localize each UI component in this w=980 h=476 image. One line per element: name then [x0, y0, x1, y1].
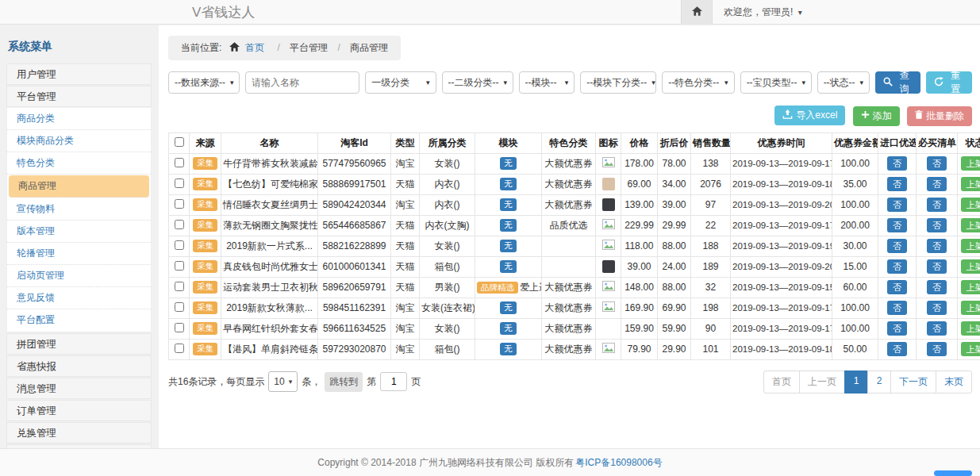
- status-button[interactable]: 上架: [961, 321, 980, 335]
- breadcrumb-home-link[interactable]: 首页: [245, 42, 264, 53]
- row-checkbox[interactable]: [175, 261, 184, 271]
- filter-select[interactable]: --模块下分类--▾: [580, 71, 656, 94]
- module-badge[interactable]: 无: [500, 343, 517, 355]
- status-button[interactable]: 上架: [961, 342, 980, 355]
- must-buy-toggle[interactable]: 否: [927, 280, 947, 294]
- pager-button-下一页[interactable]: 下一页: [890, 370, 936, 393]
- user-menu[interactable]: 欢迎您，管理员! ▾: [724, 6, 802, 19]
- filter-select[interactable]: --二级分类--▾: [442, 71, 513, 94]
- filter-select[interactable]: --特色分类--▾: [662, 71, 734, 94]
- price-cell: 39.00: [621, 256, 658, 277]
- import-select-toggle[interactable]: 否: [887, 259, 907, 273]
- module-badge[interactable]: 品牌精选: [477, 282, 518, 294]
- reset-button[interactable]: 重置: [926, 71, 972, 94]
- filter-select[interactable]: --数据来源--▾: [168, 71, 240, 94]
- module-badge[interactable]: 无: [500, 322, 517, 335]
- icp-link[interactable]: 粤ICP备16098006号: [575, 456, 662, 470]
- import-select-toggle[interactable]: 否: [887, 177, 907, 190]
- status-button[interactable]: 上架: [961, 259, 980, 273]
- add-button[interactable]: 添加: [853, 106, 900, 126]
- import-select-toggle[interactable]: 否: [887, 301, 907, 314]
- home-button[interactable]: [681, 0, 713, 25]
- row-checkbox[interactable]: [175, 178, 184, 188]
- sidebar-subitem-宣传物料[interactable]: 宣传物料: [7, 198, 151, 221]
- must-buy-toggle[interactable]: 否: [927, 259, 947, 273]
- batch-delete-button[interactable]: 批量删除: [907, 106, 972, 126]
- import-select-toggle[interactable]: 否: [887, 218, 907, 232]
- sidebar-subitem-平台配置[interactable]: 平台配置: [7, 309, 151, 332]
- row-checkbox[interactable]: [175, 240, 184, 250]
- filter-select[interactable]: --宝贝类型--▾: [740, 71, 812, 94]
- search-button[interactable]: 查询: [875, 71, 921, 94]
- row-checkbox[interactable]: [175, 302, 184, 312]
- filter-select[interactable]: --状态--▾: [817, 71, 870, 94]
- sidebar-subitem-商品管理[interactable]: 商品管理: [9, 175, 149, 198]
- status-button[interactable]: 上架: [961, 156, 980, 170]
- must-buy-toggle[interactable]: 否: [927, 342, 947, 355]
- source-cell: 采集: [190, 277, 221, 298]
- sidebar-subitem-特色分类[interactable]: 特色分类: [7, 152, 151, 175]
- jump-button[interactable]: 跳转到: [325, 372, 363, 392]
- status-button[interactable]: 上架: [961, 177, 980, 190]
- must-buy-toggle[interactable]: 否: [927, 239, 947, 252]
- pager-button-1[interactable]: 1: [844, 370, 868, 393]
- sidebar-subitem-商品分类[interactable]: 商品分类: [7, 108, 151, 130]
- pager-button-2[interactable]: 2: [867, 370, 891, 393]
- import-excel-button[interactable]: 导入excel: [774, 106, 845, 125]
- sidebar-subitem-启动页管理[interactable]: 启动页管理: [7, 265, 151, 287]
- scrollbar-thumb[interactable]: [934, 470, 972, 476]
- sidebar-subitem-意见反馈[interactable]: 意见反馈: [7, 287, 151, 309]
- must-buy-toggle[interactable]: 否: [927, 198, 947, 211]
- sidebar-item-兑换管理[interactable]: 兑换管理: [6, 422, 152, 443]
- row-checkbox[interactable]: [175, 220, 184, 229]
- per-page-select[interactable]: 10 ▾: [268, 371, 298, 392]
- status-button[interactable]: 上架: [961, 198, 980, 211]
- row-checkbox[interactable]: [175, 323, 184, 332]
- filter-select[interactable]: 一级分类▾: [365, 71, 436, 94]
- module-badge[interactable]: 无: [500, 240, 517, 252]
- import-select-toggle[interactable]: 否: [887, 321, 907, 335]
- must-buy-toggle[interactable]: 否: [927, 156, 947, 170]
- module-badge[interactable]: 无: [500, 260, 517, 273]
- sidebar-item-消息管理[interactable]: 消息管理: [6, 378, 152, 399]
- sidebar-item-用户管理[interactable]: 用户管理: [6, 63, 152, 85]
- filter-select[interactable]: --模块--▾: [519, 71, 575, 94]
- import-select-toggle[interactable]: 否: [887, 156, 907, 170]
- name-search-input[interactable]: [252, 77, 353, 88]
- status-button[interactable]: 上架: [961, 218, 980, 232]
- module-badge[interactable]: 无: [500, 198, 517, 211]
- module-badge[interactable]: 无: [500, 219, 517, 232]
- row-checkbox[interactable]: [175, 282, 184, 291]
- sidebar-item-省惠快报[interactable]: 省惠快报: [6, 355, 152, 377]
- module-badge[interactable]: 无: [500, 301, 517, 314]
- import-select-toggle[interactable]: 否: [887, 198, 907, 211]
- import-select-toggle[interactable]: 否: [887, 280, 907, 294]
- module-cell: 无: [475, 339, 542, 359]
- jump-page-input[interactable]: [380, 372, 407, 391]
- must-buy-toggle[interactable]: 否: [927, 301, 947, 314]
- status-button[interactable]: 上架: [961, 239, 980, 252]
- import-select-toggle[interactable]: 否: [887, 342, 907, 355]
- sidebar-subitem-模块商品分类[interactable]: 模块商品分类: [7, 130, 151, 152]
- row-checkbox[interactable]: [175, 199, 184, 209]
- pager-button-末页[interactable]: 末页: [936, 370, 972, 393]
- select-all-checkbox[interactable]: [175, 137, 184, 147]
- row-checkbox[interactable]: [175, 158, 184, 167]
- sidebar-item-拼团管理[interactable]: 拼团管理: [6, 333, 152, 355]
- row-checkbox[interactable]: [175, 344, 184, 353]
- status-button[interactable]: 上架: [961, 280, 980, 294]
- sidebar-subitem-轮播管理[interactable]: 轮播管理: [7, 243, 151, 265]
- module-badge[interactable]: 无: [500, 157, 517, 170]
- sidebar-subitem-版本管理[interactable]: 版本管理: [7, 221, 151, 243]
- module-badge[interactable]: 无: [500, 178, 517, 190]
- pager-button-上一页[interactable]: 上一页: [799, 370, 845, 393]
- sidebar-item-订单管理[interactable]: 订单管理: [6, 400, 152, 421]
- must-buy-toggle[interactable]: 否: [927, 218, 947, 232]
- sidebar-item-平台管理[interactable]: 平台管理: [6, 86, 152, 107]
- icon-cell: [596, 339, 621, 359]
- must-buy-toggle[interactable]: 否: [927, 321, 947, 335]
- import-select-toggle[interactable]: 否: [887, 239, 907, 252]
- pager-button-首页[interactable]: 首页: [763, 370, 800, 393]
- must-buy-toggle[interactable]: 否: [927, 177, 947, 190]
- status-button[interactable]: 上架: [961, 301, 980, 314]
